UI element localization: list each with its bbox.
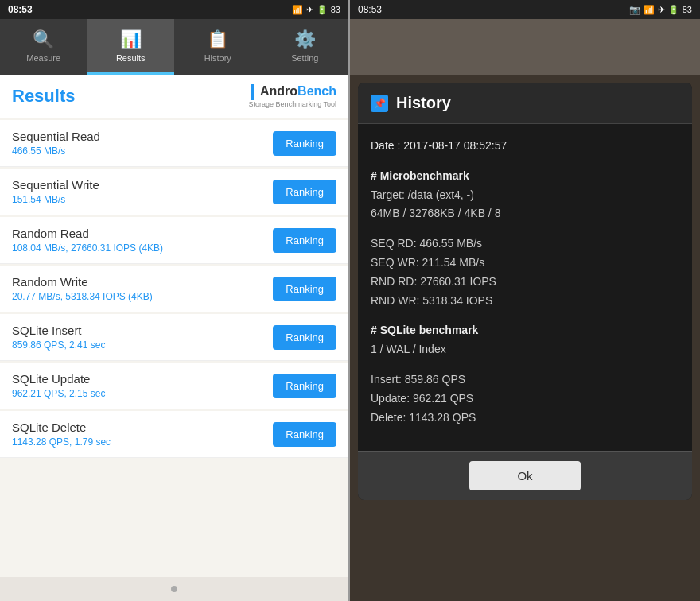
- list-item: SQLite Insert 859.86 QPS, 2.41 sec Ranki…: [0, 314, 348, 361]
- dialog-title-bar: 📌 History: [358, 83, 692, 124]
- microbench-header: # Microbenchmark: [371, 167, 679, 186]
- right-status-bar: 08:53 📷 📶 ✈ 🔋 83: [350, 0, 700, 19]
- benchmark-value: 20.77 MB/s, 5318.34 IOPS (4KB): [12, 291, 153, 302]
- ranking-button[interactable]: Ranking: [273, 131, 336, 156]
- benchmark-info: Random Write 20.77 MB/s, 5318.34 IOPS (4…: [12, 275, 153, 302]
- sqlite-results-section: Insert: 859.86 QPS Update: 962.21 QPS De…: [371, 370, 679, 427]
- brand-part1: Andro: [260, 84, 298, 98]
- delete-line: Delete: 1143.28 QPS: [371, 409, 679, 428]
- airplane-icon: ✈: [306, 5, 313, 15]
- seq-rd-line: SEQ RD: 466.55 MB/s: [371, 235, 679, 254]
- history-dialog: 📌 History Date : 2017-08-17 08:52:57 # M…: [358, 83, 692, 500]
- dialog-title: History: [396, 94, 451, 112]
- results-icon: 📊: [120, 29, 142, 50]
- battery-level: 83: [331, 5, 340, 14]
- list-item: SQLite Update 962.21 QPS, 2.15 sec Ranki…: [0, 363, 348, 409]
- benchmark-info: SQLite Update 962.21 QPS, 2.15 sec: [12, 372, 105, 399]
- size-line: 64MB / 32768KB / 4KB / 8: [371, 204, 679, 223]
- date-line: Date : 2017-08-17 08:52:57: [371, 137, 679, 156]
- benchmark-value: 1143.28 QPS, 1.79 sec: [12, 436, 111, 448]
- ranking-button[interactable]: Ranking: [273, 277, 336, 301]
- brand-name: AndroBench: [251, 84, 336, 100]
- benchmark-info: Random Read 108.04 MB/s, 27660.31 IOPS (…: [12, 227, 163, 254]
- list-item: Random Read 108.04 MB/s, 27660.31 IOPS (…: [0, 217, 348, 264]
- brand-part2: Bench: [298, 84, 336, 98]
- benchmark-name: SQLite Update: [12, 372, 105, 386]
- benchmark-value: 108.04 MB/s, 27660.31 IOPS (4KB): [12, 242, 163, 254]
- list-item: SQLite Delete 1143.28 QPS, 1.79 sec Rank…: [0, 411, 348, 458]
- right-wifi-icon: 📶: [644, 5, 655, 15]
- ranking-button[interactable]: Ranking: [273, 228, 336, 253]
- right-time: 08:53: [358, 4, 382, 15]
- benchmark-info: Sequential Write 151.54 MB/s: [12, 178, 99, 205]
- seq-rnd-section: SEQ RD: 466.55 MB/s SEQ WR: 211.54 MB/s …: [371, 235, 679, 310]
- ranking-button[interactable]: Ranking: [273, 180, 336, 204]
- benchmark-name: SQLite Delete: [12, 421, 111, 434]
- scroll-indicator: [0, 577, 348, 601]
- benchmark-value: 466.55 MB/s: [12, 145, 100, 157]
- battery-icon: 🔋: [317, 5, 328, 15]
- tab-history-label: History: [204, 53, 231, 63]
- tab-history[interactable]: 📋 History: [174, 19, 262, 75]
- right-status-icons: 📷 📶 ✈ 🔋 83: [629, 5, 692, 15]
- scroll-dot: [171, 586, 177, 592]
- right-screenshot-icon: 📷: [629, 5, 640, 15]
- right-nav-blur: [350, 19, 700, 75]
- content-header: Results AndroBench Storage Benchmarking …: [0, 75, 348, 118]
- rnd-rd-line: RND RD: 27660.31 IOPS: [371, 273, 679, 292]
- date-section: Date : 2017-08-17 08:52:57: [371, 137, 679, 156]
- benchmark-info: SQLite Delete 1143.28 QPS, 1.79 sec: [12, 421, 111, 448]
- left-status-bar: 08:53 📶 ✈ 🔋 83: [0, 0, 348, 19]
- tab-measure[interactable]: 🔍 Measure: [0, 19, 88, 75]
- setting-icon: ⚙️: [294, 29, 316, 50]
- list-item: Sequential Write 151.54 MB/s Ranking: [0, 169, 348, 215]
- benchmark-list: Sequential Read 466.55 MB/s Ranking Sequ…: [0, 118, 348, 577]
- ranking-button[interactable]: Ranking: [273, 374, 336, 398]
- benchmark-value: 151.54 MB/s: [12, 194, 99, 205]
- benchmark-value: 859.86 QPS, 2.41 sec: [12, 339, 105, 351]
- benchmark-info: SQLite Insert 859.86 QPS, 2.41 sec: [12, 324, 105, 351]
- insert-line: Insert: 859.86 QPS: [371, 370, 679, 390]
- tab-setting-label: Setting: [291, 53, 318, 63]
- ranking-button[interactable]: Ranking: [273, 325, 336, 350]
- rnd-wr-line: RND WR: 5318.34 IOPS: [371, 292, 679, 311]
- dialog-content: Date : 2017-08-17 08:52:57 # Microbenchm…: [358, 124, 692, 451]
- list-item: Sequential Read 466.55 MB/s Ranking: [0, 120, 348, 167]
- sqlite-section: # SQLite benchmark 1 / WAL / Index: [371, 321, 679, 359]
- benchmark-name: SQLite Insert: [12, 324, 105, 337]
- androbench-logo: AndroBench Storage Benchmarking Tool: [249, 84, 336, 108]
- history-icon: 📋: [207, 29, 228, 50]
- right-battery-level: 83: [682, 5, 692, 14]
- right-battery-icon: 🔋: [668, 5, 679, 15]
- dialog-logo-icon: 📌: [371, 95, 388, 112]
- list-item: Random Write 20.77 MB/s, 5318.34 IOPS (4…: [0, 266, 348, 312]
- brand-sub: Storage Benchmarking Tool: [249, 100, 336, 108]
- sqlite-header: # SQLite benchmark: [371, 321, 679, 340]
- benchmark-name: Sequential Read: [12, 130, 100, 143]
- sqlite-params-line: 1 / WAL / Index: [371, 340, 679, 359]
- left-panel: 08:53 📶 ✈ 🔋 83 🔍 Measure 📊 Results 📋 His…: [0, 0, 350, 601]
- benchmark-name: Random Write: [12, 275, 153, 289]
- tab-setting[interactable]: ⚙️ Setting: [262, 19, 349, 75]
- right-airplane-icon: ✈: [658, 5, 665, 15]
- benchmark-info: Sequential Read 466.55 MB/s: [12, 130, 100, 157]
- benchmark-name: Sequential Write: [12, 178, 99, 192]
- benchmark-name: Random Read: [12, 227, 163, 240]
- measure-icon: 🔍: [33, 29, 54, 50]
- right-panel: 08:53 📷 📶 ✈ 🔋 83 📌 History Date : 2017-0…: [350, 0, 700, 601]
- tab-measure-label: Measure: [26, 53, 60, 63]
- results-title: Results: [12, 86, 75, 107]
- microbench-section: # Microbenchmark Target: /data (ext4, -)…: [371, 167, 679, 223]
- seq-wr-line: SEQ WR: 211.54 MB/s: [371, 254, 679, 273]
- benchmark-value: 962.21 QPS, 2.15 sec: [12, 388, 105, 399]
- target-line: Target: /data (ext4, -): [371, 186, 679, 205]
- wifi-icon: 📶: [292, 5, 303, 15]
- left-time: 08:53: [8, 4, 33, 15]
- tab-results[interactable]: 📊 Results: [88, 19, 175, 75]
- ranking-button[interactable]: Ranking: [273, 422, 336, 447]
- ok-button[interactable]: Ok: [469, 461, 580, 490]
- left-status-icons: 📶 ✈ 🔋 83: [292, 5, 340, 15]
- tab-results-label: Results: [116, 53, 146, 63]
- dialog-footer: Ok: [358, 451, 692, 500]
- dialog-overlay: 📌 History Date : 2017-08-17 08:52:57 # M…: [350, 75, 700, 601]
